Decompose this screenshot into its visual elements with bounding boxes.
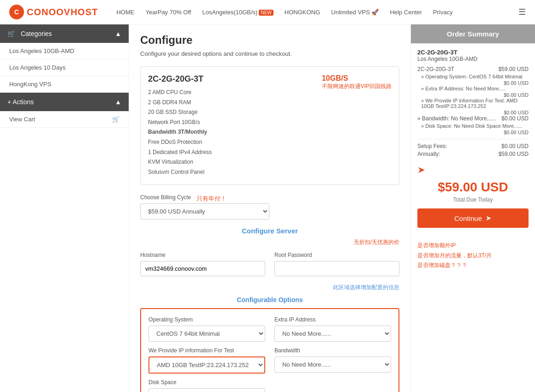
nav-help[interactable]: Help Center xyxy=(390,9,422,16)
order-annually: Annually: $59.00 USD xyxy=(417,151,529,157)
new-badge: NEW xyxy=(259,10,273,16)
spec-ddos: Free DDoS Protection xyxy=(148,137,303,148)
spec-storage: 20 GB SSD Storage xyxy=(148,107,303,118)
order-line-ipinfo: » We Provide IP information For Test: AM… xyxy=(417,98,529,109)
sidebar-item-la-amd[interactable]: Los Angeles 10GB-AMD xyxy=(0,43,129,59)
order-product-sub: Los Angeles 10GB-AMD xyxy=(417,56,529,62)
order-line-ip: » Extra IP Address: No Need More..... xyxy=(417,86,529,91)
plus-icon: + xyxy=(7,98,11,106)
nav-hongkong[interactable]: HONGKONG xyxy=(285,9,320,16)
password-input[interactable] xyxy=(274,261,399,276)
order-line-os-price: $0.00 USD xyxy=(417,80,529,86)
page-title: Configure xyxy=(140,34,399,47)
note-extra-ip: 是否增加额外IP xyxy=(417,241,529,251)
extra-ip-label: Extra IP Address xyxy=(274,316,391,323)
configure-server-header: Configure Server xyxy=(140,227,399,235)
region-note[interactable]: 此区域选择增加配置的信息 xyxy=(140,284,399,291)
billing-select[interactable]: $59.00 USD Annually xyxy=(140,203,269,220)
disk-label: Disk Space xyxy=(149,379,265,386)
os-select[interactable]: CentOS 7 64bit Minimal xyxy=(149,326,265,342)
header: C CONOOVHOST HOME YearPay 70% Off LosAng… xyxy=(0,0,535,24)
promo-line: 不限网速的联通VIP回国线路 xyxy=(322,83,392,90)
price-arrow-row: ➤ xyxy=(411,164,535,175)
logo: C CONOOVHOST xyxy=(9,5,98,19)
note-extra-traffic: 是否增加月的流量，默认3T/月 xyxy=(417,251,529,261)
page-subtitle: Configure your desired options and conti… xyxy=(140,50,399,57)
disk-select[interactable]: No Need Disk Space More...... xyxy=(149,388,265,392)
order-summary-header: Order Summary xyxy=(411,24,535,43)
os-config: Operating System CentOS 7 64bit Minimal xyxy=(149,316,265,342)
order-line-disk: » Disk Space: No Need Disk Space More...… xyxy=(417,123,529,129)
ip-info-select-wrap: AMD 10GB TestIP:23.224.173.252 xyxy=(149,356,265,374)
main-container: 🛒 Categories ▲ Los Angeles 10GB-AMD Los … xyxy=(0,24,535,392)
bandwidth-label: Bandwidth xyxy=(274,347,391,354)
field-row: Hostname Root Password xyxy=(140,252,399,276)
billing-section: Choose Billing Cycle 只有年付！ $59.00 USD An… xyxy=(140,194,399,220)
ip-info-config: We Provide IP information For Test AMD 1… xyxy=(149,347,265,374)
order-summary: Order Summary 2C-2G-20G-3T Los Angeles 1… xyxy=(410,24,535,392)
content-area: Configure Configure your desired options… xyxy=(129,24,410,392)
divider xyxy=(417,139,529,139)
arrow-right-icon: ➤ xyxy=(486,214,492,222)
product-specs: 2 AMD CPU Core 2 GB DDR4 RAM 20 GB SSD S… xyxy=(148,88,303,177)
promo-speed: 10GB/S xyxy=(322,74,392,83)
sidebar: 🛒 Categories ▲ Los Angeles 10GB-AMD Los … xyxy=(0,24,129,392)
product-name: 2C-2G-20G-3T xyxy=(148,74,303,84)
logo-text: CONOOVHOST xyxy=(27,7,98,18)
spec-bandwidth: Bandwidth 3T/Monthly xyxy=(148,127,303,137)
os-label: Operating System xyxy=(149,316,265,323)
password-label: Root Password xyxy=(274,252,399,258)
order-line-os: » Operating System: CentOS 7 64bit Minim… xyxy=(417,74,529,79)
sidebar-item-hongkong[interactable]: HongKong VPS xyxy=(0,76,129,93)
extra-ip-select[interactable]: No Need More...... xyxy=(274,326,391,342)
order-line-bandwidth: » Bandwidth: No Need More...... $0.00 US… xyxy=(417,115,529,122)
billing-row: Choose Billing Cycle 只有年付！ xyxy=(140,194,399,203)
disk-config: Disk Space No Need Disk Space More...... xyxy=(149,379,265,392)
logo-icon: C xyxy=(9,5,24,19)
nav-home[interactable]: HOME xyxy=(116,9,134,16)
spec-ram: 2 GB DDR4 RAM xyxy=(148,98,303,108)
spec-kvm: KVM Virtualization xyxy=(148,157,303,167)
order-line-ip-price: $0.00 USD xyxy=(417,92,529,98)
continue-wrapper: Continue ➤ xyxy=(411,208,535,233)
configurable-title: Configurable Options xyxy=(140,296,399,303)
total-due-label: Total Due Today xyxy=(411,196,535,203)
chevron-up-icon-actions: ▲ xyxy=(115,98,121,106)
note-extra-disk: 是否增加磁盘？？？ xyxy=(417,261,529,271)
spec-ipv4: 1 Dedicated IPv4 Address xyxy=(148,148,303,158)
nav-privacy[interactable]: Privacy xyxy=(433,9,453,16)
nav-unlimited-vps[interactable]: Unlimited VPS 🚀 xyxy=(331,9,379,16)
continue-button[interactable]: Continue ➤ xyxy=(417,208,529,228)
spec-cpu: 2 AMD CPU Core xyxy=(148,88,303,98)
no-discount-note: 无折扣/无优惠的价 xyxy=(140,238,399,246)
view-cart-item[interactable]: View Cart 🛒 xyxy=(0,111,129,128)
ip-info-label: We Provide IP information For Test xyxy=(149,347,265,354)
cart-icon: 🛒 xyxy=(7,30,15,37)
product-details: 2C-2G-20G-3T 2 AMD CPU Core 2 GB DDR4 RA… xyxy=(148,74,303,177)
arrow-icon: ➤ xyxy=(417,164,425,175)
main-nav: HOME YearPay 70% Off LosAngeles(10GB/s)N… xyxy=(116,7,526,17)
nav-yearpay[interactable]: YearPay 70% Off xyxy=(145,9,191,16)
ip-info-select[interactable]: AMD 10GB TestIP:23.224.173.252 xyxy=(149,356,265,374)
bandwidth-config: Bandwidth No Need More...... xyxy=(274,347,391,374)
hamburger-icon[interactable]: ☰ xyxy=(518,7,526,17)
sidebar-item-la-10days[interactable]: Los Angeles 10 Days xyxy=(0,59,129,76)
hostname-group: Hostname xyxy=(140,252,265,276)
cart-small-icon: 🛒 xyxy=(112,116,119,123)
hostname-input[interactable] xyxy=(140,261,265,276)
side-notes: 是否增加额外IP 是否增加月的流量，默认3T/月 是否增加磁盘？？？ xyxy=(411,233,535,278)
product-promo: 10GB/S 不限网速的联通VIP回国线路 xyxy=(322,74,392,177)
order-summary-body: 2C-2G-20G-3T Los Angeles 10GB-AMD 2C-2G-… xyxy=(411,43,535,164)
big-price: $59.00 USD xyxy=(411,175,535,196)
spec-network: Network Port 10GB/s xyxy=(148,118,303,128)
chevron-up-icon: ▲ xyxy=(115,30,121,37)
order-line-ipinfo-price: $0.00 USD xyxy=(417,110,529,115)
nav-losangeles[interactable]: LosAngeles(10GB/s)NEW xyxy=(202,9,273,16)
annual-note: 只有年付！ xyxy=(196,195,226,203)
order-line-disk-price: $0.00 USD xyxy=(417,130,529,135)
config-grid: Operating System CentOS 7 64bit Minimal … xyxy=(149,316,391,392)
config-box: Operating System CentOS 7 64bit Minimal … xyxy=(140,308,399,392)
bandwidth-select[interactable]: No Need More...... xyxy=(274,356,391,373)
extra-ip-config: Extra IP Address No Need More...... xyxy=(274,316,391,342)
categories-header: 🛒 Categories ▲ xyxy=(0,24,129,43)
